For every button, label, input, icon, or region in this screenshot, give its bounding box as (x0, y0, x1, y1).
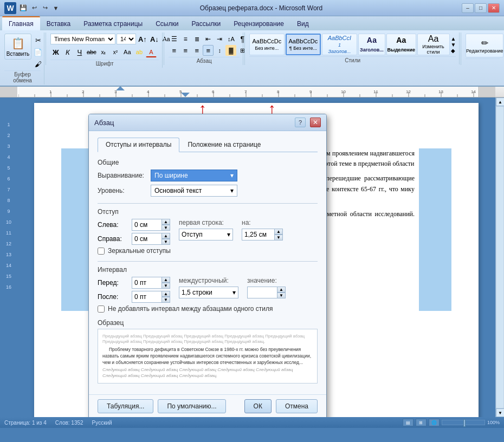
style-normal-button[interactable]: AaBbCcDcБез инте... (249, 34, 285, 55)
vertical-scrollbar[interactable]: ▲ ▼ (495, 98, 504, 417)
change-styles-button[interactable]: Аа Изменитьстили (417, 34, 450, 55)
shading-button[interactable]: ▓ (225, 45, 236, 56)
tab-references[interactable]: Ссылки (149, 16, 185, 30)
numbering-button[interactable]: ≡ (180, 34, 191, 44)
quick-undo-button[interactable]: ↩ (29, 3, 39, 13)
format-painter-button[interactable]: 🖌 (33, 58, 43, 69)
quick-menu-button[interactable]: ▼ (51, 3, 61, 13)
strikethrough-button[interactable]: abc (86, 47, 97, 57)
italic-button[interactable]: К (62, 47, 73, 57)
cancel-button[interactable]: Отмена (276, 399, 318, 413)
bullets-button[interactable]: ☰ (169, 34, 179, 44)
view-web-button[interactable]: 🌐 (429, 419, 440, 426)
clear-formatting-button[interactable]: Аа (122, 47, 133, 57)
style-emphasis-button[interactable]: АаВыделение (386, 34, 416, 55)
before-field[interactable] (132, 277, 161, 289)
right-spin-down[interactable]: ▼ (161, 239, 170, 245)
cut-button[interactable]: ✂ (33, 35, 43, 46)
before-spin-down[interactable]: ▼ (161, 283, 170, 289)
style-heading1-button[interactable]: AaBbCcI1 Заголов... (322, 34, 357, 55)
tab-review[interactable]: Рецензирование (227, 16, 290, 30)
alignment-value[interactable]: По ширине ▾ (151, 170, 237, 181)
after-field[interactable] (132, 291, 161, 303)
after-spin-down[interactable]: ▼ (161, 297, 170, 303)
zoom-slider[interactable] (442, 420, 485, 425)
tab-view[interactable]: Вид (290, 16, 315, 30)
line-spacing-select[interactable]: 1,5 строки ▾ (179, 287, 238, 298)
superscript-button[interactable]: x² (110, 47, 121, 57)
scroll-down-button[interactable]: ▼ (496, 408, 504, 417)
view-normal-button[interactable]: ▤ (403, 419, 413, 426)
quick-redo-button[interactable]: ↪ (40, 3, 50, 13)
minimize-button[interactable]: – (462, 3, 474, 13)
left-spin-down[interactable]: ▼ (161, 225, 170, 231)
on-spin-up[interactable]: ▲ (274, 229, 283, 235)
on-spin-down[interactable]: ▼ (274, 235, 283, 240)
bold-button[interactable]: Ж (50, 47, 61, 57)
tabulation-button[interactable]: Табуляция... (98, 399, 153, 413)
quick-save-button[interactable]: 💾 (18, 3, 28, 13)
right-indent-field[interactable] (132, 233, 161, 245)
level-input-group: Основной текст ▾ (151, 185, 237, 197)
tab-mailings[interactable]: Рассылки (185, 16, 227, 30)
font-name-select[interactable]: Times New Roman (50, 34, 115, 44)
scroll-down-icon[interactable]: ▼ (451, 42, 456, 48)
font-size-select[interactable]: 14 (117, 34, 136, 44)
more-styles-icon[interactable]: ◆ (451, 48, 455, 54)
mirror-indent-checkbox[interactable] (98, 248, 105, 255)
paste-button[interactable]: 📋 Вставить (4, 34, 31, 60)
no-add-interval-checkbox[interactable] (98, 306, 105, 313)
tab-page-layout[interactable]: Разметка страницы (77, 16, 149, 30)
tab-insert[interactable]: Вставка (40, 16, 77, 30)
dialog-close-button[interactable]: ✕ (310, 118, 321, 127)
style-body-button[interactable]: AaBbCcDc¶ Без инте... (286, 34, 321, 55)
close-button[interactable]: ✕ (488, 3, 500, 13)
line-spacing-button[interactable]: ↕ (214, 45, 225, 56)
scroll-up-button[interactable]: ▲ (496, 98, 504, 106)
decrease-font-button[interactable]: A↓ (149, 34, 160, 44)
multilevel-list-button[interactable]: ≣ (191, 34, 202, 44)
dialog-help-button[interactable]: ? (295, 118, 306, 127)
dialog-tab-position[interactable]: Положение на странице (179, 138, 269, 152)
tab-home[interactable]: Главная (2, 16, 40, 30)
level-value[interactable]: Основной текст ▾ (151, 185, 237, 197)
default-button[interactable]: По умолчанию... (158, 399, 225, 413)
subscript-button[interactable]: x₂ (98, 47, 109, 57)
copy-button[interactable]: 📄 (33, 47, 43, 57)
scroll-thumb[interactable] (496, 107, 503, 408)
on-field[interactable] (242, 229, 274, 240)
increase-indent-button[interactable]: ⇥ (214, 34, 225, 44)
after-spin-up[interactable]: ▲ (161, 291, 170, 297)
scroll-up-icon[interactable]: ▲ (451, 36, 456, 42)
align-justify-button[interactable]: ≡ (203, 45, 214, 56)
value-spin-up[interactable]: ▲ (277, 287, 286, 292)
align-center-button[interactable]: ≡ (180, 45, 191, 56)
dialog-tab-indent[interactable]: Отступы и интервалы (98, 138, 179, 152)
no-add-interval-row: Не добавлять интервал между абзацами одн… (98, 305, 318, 313)
line-spacing-col: междустрочный: 1,5 строки ▾ (179, 277, 238, 298)
left-indent-field[interactable] (132, 219, 161, 231)
style-heading2-button[interactable]: АаЗаголов... (358, 34, 385, 55)
footer-right: ОК Отмена (244, 399, 318, 413)
align-left-button[interactable]: ≡ (169, 45, 179, 56)
left-spin-up[interactable]: ▲ (161, 219, 170, 225)
value-spin-down[interactable]: ▼ (277, 292, 286, 298)
right-spin-up[interactable]: ▲ (161, 233, 170, 239)
increase-font-button[interactable]: A↑ (137, 34, 148, 44)
editing-group: ✏ Редактирование (462, 32, 503, 61)
ok-button[interactable]: ОК (244, 399, 272, 413)
value-field[interactable] (247, 287, 277, 298)
underline-button[interactable]: Ч (74, 47, 85, 57)
font-color-button[interactable]: А (146, 47, 157, 57)
first-line-select[interactable]: Отступ ▾ (179, 229, 233, 240)
zoom-thumb[interactable] (463, 419, 466, 427)
decrease-indent-button[interactable]: ⇤ (203, 34, 214, 44)
maximize-button[interactable]: □ (475, 3, 487, 13)
sort-button[interactable]: ↕A (225, 34, 236, 44)
align-right-button[interactable]: ≡ (191, 45, 202, 56)
editing-button[interactable]: ✏ Редактирование (466, 34, 503, 57)
before-spin-up[interactable]: ▲ (161, 277, 170, 283)
style-normal-label: AaBbCcDcБез инте... (253, 38, 282, 51)
highlight-color-button[interactable]: ab (134, 47, 145, 57)
view-full-button[interactable]: ⊞ (416, 419, 427, 426)
